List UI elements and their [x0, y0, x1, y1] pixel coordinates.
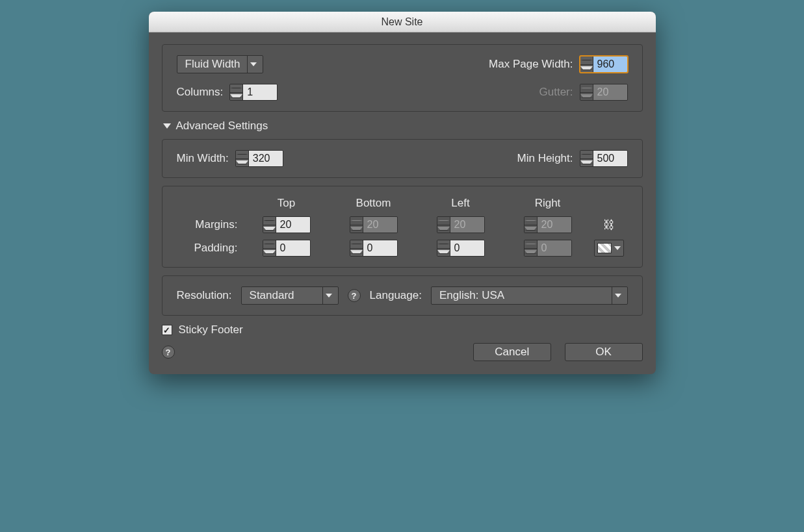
stepper-down-icon[interactable]	[580, 159, 593, 167]
chevron-down-icon	[612, 287, 625, 304]
margin-left-input	[450, 217, 484, 233]
min-size-panel: Min Width: Min Height:	[162, 139, 643, 178]
box-model-panel: Top Bottom Left Right Margins: ⛓ Padding…	[162, 186, 643, 268]
right-column-label: Right	[506, 197, 590, 210]
width-mode-dropdown[interactable]: Fluid Width	[177, 55, 263, 73]
margin-bottom-stepper	[350, 216, 398, 233]
sticky-footer-checkbox[interactable]: ✓	[162, 325, 172, 335]
stepper-down-icon[interactable]	[580, 65, 593, 73]
padding-bottom-stepper[interactable]	[350, 240, 398, 257]
dialog-title: New Site	[381, 16, 422, 28]
language-value: English: USA	[439, 289, 504, 302]
padding-right-input	[538, 240, 571, 256]
ok-button[interactable]: OK	[565, 343, 643, 361]
advanced-settings-toggle[interactable]: Advanced Settings	[163, 120, 643, 133]
min-width-label: Min Width:	[177, 152, 229, 165]
max-page-width-input[interactable]	[593, 57, 627, 72]
gutter-stepper	[580, 84, 628, 101]
padding-top-stepper[interactable]	[263, 240, 311, 257]
layout-panel: Fluid Width Max Page Width: Columns:	[162, 44, 643, 112]
resolution-help-icon[interactable]: ?	[348, 289, 361, 302]
margins-link-icon[interactable]: ⛓	[603, 217, 616, 233]
max-page-width-label: Max Page Width:	[489, 58, 573, 71]
dialog-titlebar: New Site	[149, 12, 656, 32]
margin-top-stepper[interactable]	[263, 216, 311, 233]
min-width-input[interactable]	[249, 151, 283, 166]
sticky-footer-label: Sticky Footer	[179, 323, 243, 336]
disclosure-triangle-icon	[163, 123, 171, 129]
margin-bottom-input	[363, 217, 397, 233]
language-label: Language:	[370, 289, 422, 302]
min-height-input[interactable]	[593, 151, 627, 166]
padding-left-input[interactable]	[450, 240, 484, 256]
margin-right-input	[538, 217, 571, 233]
stepper-up-icon[interactable]	[236, 151, 248, 159]
cancel-button[interactable]: Cancel	[473, 343, 551, 361]
transparent-swatch-icon	[597, 243, 612, 253]
columns-stepper[interactable]	[229, 84, 278, 101]
options-panel: Resolution: Standard ? Language: English…	[162, 275, 643, 316]
chevron-down-icon	[247, 56, 260, 73]
resolution-label: Resolution:	[177, 289, 232, 302]
columns-label: Columns:	[177, 86, 224, 99]
padding-right-stepper	[524, 240, 572, 257]
padding-bottom-input[interactable]	[363, 240, 397, 256]
dialog-body: Fluid Width Max Page Width: Columns:	[149, 32, 656, 374]
min-height-stepper[interactable]	[580, 150, 628, 167]
margins-label: Margins:	[177, 218, 242, 231]
min-width-stepper[interactable]	[235, 150, 283, 167]
margin-top-input[interactable]	[276, 217, 310, 233]
resolution-dropdown[interactable]: Standard	[241, 286, 339, 305]
padding-label: Padding:	[177, 242, 242, 255]
advanced-settings-label: Advanced Settings	[176, 120, 268, 133]
columns-input[interactable]	[243, 84, 277, 100]
stepper-down-icon[interactable]	[230, 93, 242, 101]
stepper-up-icon[interactable]	[580, 151, 593, 159]
resolution-value: Standard	[250, 289, 294, 302]
left-column-label: Left	[419, 197, 503, 210]
bottom-column-label: Bottom	[331, 197, 416, 210]
margin-right-stepper	[524, 216, 572, 233]
padding-top-input[interactable]	[276, 240, 310, 256]
stepper-up-icon[interactable]	[230, 84, 242, 93]
dialog-help-icon[interactable]: ?	[162, 346, 175, 359]
top-column-label: Top	[244, 197, 329, 210]
margin-left-stepper	[437, 216, 485, 233]
gutter-label: Gutter:	[539, 86, 573, 99]
new-site-dialog: New Site Fluid Width Max Page Width:	[149, 12, 656, 374]
chevron-down-icon	[614, 246, 621, 250]
language-dropdown[interactable]: English: USA	[431, 286, 628, 305]
stepper-up-icon[interactable]	[580, 57, 593, 65]
max-page-width-stepper[interactable]	[580, 56, 628, 73]
stepper-down-icon[interactable]	[236, 159, 248, 167]
gutter-input	[593, 84, 627, 100]
width-mode-value: Fluid Width	[185, 58, 240, 71]
padding-left-stepper[interactable]	[437, 240, 485, 257]
padding-fill-dropdown[interactable]	[594, 240, 624, 257]
chevron-down-icon	[322, 287, 335, 304]
min-height-label: Min Height:	[517, 152, 573, 165]
